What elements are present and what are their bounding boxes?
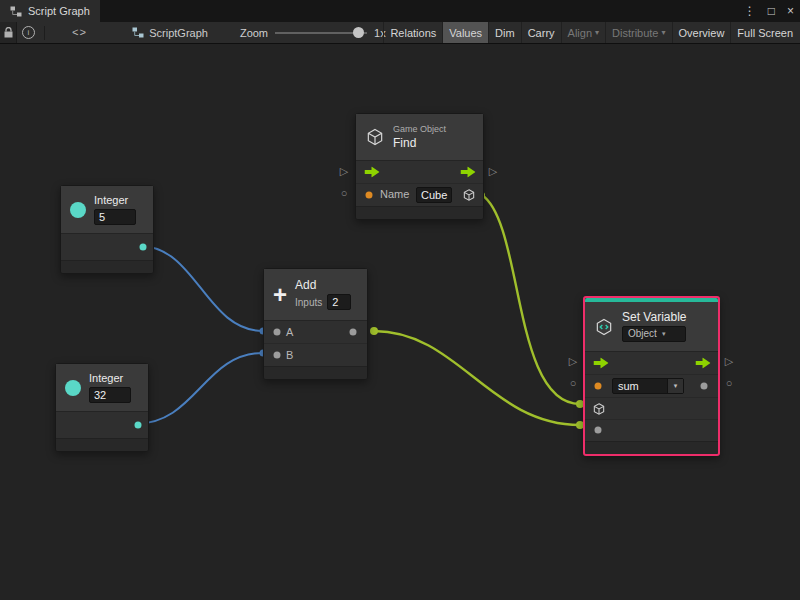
- tab-title: Script Graph: [28, 5, 90, 17]
- edit-source-button[interactable]: <>: [67, 22, 92, 43]
- port-a-label: A: [286, 326, 293, 338]
- flow-in-arrow-icon[interactable]: [365, 167, 380, 178]
- chevron-down-icon: ▾: [667, 379, 683, 393]
- scope-label: Object: [628, 327, 657, 341]
- port-b-label: B: [286, 349, 293, 361]
- variable-output-port[interactable]: [701, 383, 708, 390]
- graph-canvas[interactable]: ▷ ○ ▷ ▷ ○ ▷ ○ Integer 5: [0, 44, 800, 600]
- values-label: Values: [449, 27, 482, 39]
- toolbar-button-group: Relations Values Dim Carry Align ▾ Distr…: [383, 22, 799, 43]
- dim-label: Dim: [495, 27, 515, 39]
- node-title: Find: [393, 137, 446, 149]
- inputs-label: Inputs: [295, 297, 322, 308]
- node-title: Set Variable: [622, 311, 686, 323]
- current-graph-label: ScriptGraph: [132, 27, 208, 39]
- node-footer: [61, 260, 153, 273]
- info-icon: i: [22, 26, 35, 39]
- variable-name: sum: [613, 379, 667, 393]
- gameobject-target-port-icon[interactable]: [592, 402, 606, 416]
- name-value-field[interactable]: Cube: [416, 187, 452, 203]
- setvariable-flow-out-port[interactable]: ▷: [725, 356, 733, 367]
- variable-name-input-port[interactable]: [595, 383, 602, 390]
- script-graph-icon: [10, 6, 22, 17]
- chevron-down-icon: ▾: [662, 327, 666, 341]
- graph-name: ScriptGraph: [149, 27, 208, 39]
- value-input-port[interactable]: [595, 427, 602, 434]
- node-integer-a[interactable]: Integer 5: [60, 185, 154, 274]
- info-button[interactable]: i: [17, 22, 40, 43]
- overview-label: Overview: [679, 27, 725, 39]
- node-find[interactable]: Game Object Find Name Cube: [355, 113, 484, 220]
- variable-scope-dropdown[interactable]: Object ▾: [622, 326, 686, 342]
- graph-toolbar: i <> ScriptGraph Zoom 1x Relations Value…: [0, 22, 800, 44]
- wire-find-to-setvariable-target[interactable]: [482, 195, 580, 404]
- chevron-down-icon: ▾: [662, 28, 666, 37]
- inputs-count-field[interactable]: 2: [327, 294, 351, 310]
- toolbar-divider: [44, 26, 45, 40]
- find-value-in-port[interactable]: ○: [341, 188, 348, 199]
- node-title: Integer: [94, 195, 136, 206]
- unity-graph-window: Script Graph ⋮ □ × i <> S: [0, 0, 800, 600]
- tab-script-graph[interactable]: Script Graph: [0, 0, 100, 22]
- integer-output-port[interactable]: [135, 422, 142, 429]
- align-button[interactable]: Align ▾: [561, 22, 605, 43]
- gameobject-output-port-icon[interactable]: [462, 188, 476, 202]
- window-controls: ⋮ □ ×: [744, 0, 794, 22]
- integer-type-icon: [65, 380, 81, 396]
- wire-integer5-to-add-a[interactable]: [140, 246, 263, 331]
- wire-endpoint[interactable]: [370, 327, 378, 335]
- node-footer: [56, 438, 148, 451]
- distribute-button[interactable]: Distribute ▾: [605, 22, 671, 43]
- integer-output-port[interactable]: [140, 244, 147, 251]
- setvariable-value-in-port[interactable]: ○: [570, 378, 577, 389]
- distribute-label: Distribute: [612, 27, 658, 39]
- node-add[interactable]: + Add Inputs 2 A B: [263, 268, 368, 380]
- flow-in-arrow-icon[interactable]: [594, 358, 609, 369]
- add-input-a-port[interactable]: [274, 329, 281, 336]
- node-set-variable[interactable]: Set Variable Object ▾ sum: [583, 296, 720, 456]
- setvariable-value-out-port[interactable]: ○: [726, 378, 733, 389]
- carry-button[interactable]: Carry: [521, 22, 561, 43]
- fullscreen-label: Full Screen: [737, 27, 793, 39]
- flow-out-arrow-icon[interactable]: [696, 358, 711, 369]
- setvariable-flow-in-port[interactable]: ▷: [569, 356, 577, 367]
- node-title: Integer: [89, 373, 131, 384]
- flow-out-arrow-icon[interactable]: [461, 167, 476, 178]
- find-name-input-port[interactable]: [366, 192, 373, 199]
- add-sum-output-port[interactable]: [350, 329, 357, 336]
- zoom-slider-handle[interactable]: [353, 27, 364, 38]
- node-category: Game Object: [393, 125, 446, 134]
- find-flow-in-port[interactable]: ▷: [340, 166, 348, 177]
- node-footer: [585, 441, 718, 454]
- variable-name-dropdown[interactable]: sum ▾: [612, 378, 684, 394]
- zoom-slider[interactable]: [275, 22, 367, 43]
- lock-button[interactable]: [0, 22, 17, 43]
- wire-add-to-setvariable-value[interactable]: [374, 331, 580, 425]
- code-icon: <>: [72, 27, 87, 39]
- chevron-down-icon: ▾: [595, 28, 599, 37]
- carry-label: Carry: [528, 27, 555, 39]
- node-footer: [356, 206, 483, 219]
- name-label: Name: [380, 188, 409, 200]
- game-object-cube-icon: [365, 127, 385, 147]
- add-icon: +: [273, 283, 287, 307]
- fullscreen-button[interactable]: Full Screen: [730, 22, 799, 43]
- node-integer-b[interactable]: Integer 32: [55, 363, 149, 452]
- dim-button[interactable]: Dim: [488, 22, 521, 43]
- window-menu-icon[interactable]: ⋮: [744, 5, 756, 17]
- add-input-b-port[interactable]: [274, 352, 281, 359]
- close-icon[interactable]: ×: [787, 5, 794, 17]
- overview-button[interactable]: Overview: [672, 22, 731, 43]
- wire-integer32-to-add-b[interactable]: [135, 353, 263, 424]
- graph-asset-icon: [132, 27, 144, 38]
- integer-value-field[interactable]: 5: [94, 209, 136, 225]
- node-footer: [264, 366, 367, 379]
- tab-bar: Script Graph ⋮ □ ×: [0, 0, 800, 22]
- find-flow-out-port[interactable]: ▷: [489, 166, 497, 177]
- node-title: Add: [295, 279, 351, 291]
- maximize-icon[interactable]: □: [768, 5, 775, 17]
- relations-button[interactable]: Relations: [383, 22, 442, 43]
- integer-value-field[interactable]: 32: [89, 387, 131, 403]
- values-button[interactable]: Values: [442, 22, 488, 43]
- relations-label: Relations: [390, 27, 436, 39]
